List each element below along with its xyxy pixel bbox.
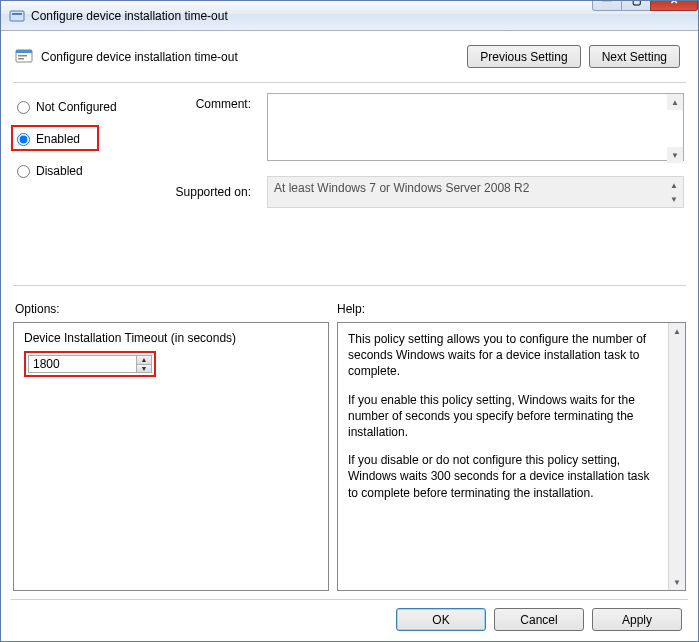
radio-enabled-label: Enabled [36, 132, 80, 146]
supported-on-text: At least Windows 7 or Windows Server 200… [274, 181, 529, 195]
content-area: Configure device installation time-out P… [1, 31, 698, 641]
svg-rect-5 [18, 58, 24, 60]
help-paragraph: If you enable this policy setting, Windo… [348, 392, 657, 441]
help-paragraph: If you disable or do not configure this … [348, 452, 657, 501]
apply-button[interactable]: Apply [592, 608, 682, 631]
radio-disabled-label: Disabled [36, 164, 83, 178]
radio-disabled-input[interactable] [17, 165, 30, 178]
minimize-icon: ― [602, 0, 612, 6]
titlebar: Configure device installation time-out ―… [1, 1, 698, 31]
timeout-label: Device Installation Timeout (in seconds) [24, 331, 318, 345]
supported-on-box: At least Windows 7 or Windows Server 200… [267, 176, 684, 208]
svg-rect-4 [18, 55, 27, 57]
comment-label: Comment: [165, 97, 251, 117]
timeout-highlight: ▲ ▼ [24, 351, 156, 377]
radio-not-configured[interactable]: Not Configured [15, 97, 149, 117]
svg-rect-3 [16, 50, 32, 53]
header-row: Configure device installation time-out P… [11, 39, 688, 82]
help-scrollbar[interactable]: ▲ ▼ [668, 323, 685, 590]
comment-wrap: ▲ ▼ [267, 93, 684, 164]
comment-textarea[interactable] [267, 93, 684, 161]
maximize-icon: ▢ [632, 0, 641, 6]
scroll-down-icon[interactable]: ▼ [666, 192, 682, 206]
field-labels: Comment: Supported on: [165, 93, 251, 273]
spin-down-button[interactable]: ▼ [137, 365, 151, 373]
policy-app-icon [9, 8, 25, 24]
svg-rect-1 [12, 13, 22, 15]
ok-button[interactable]: OK [396, 608, 486, 631]
options-label: Options: [15, 302, 337, 316]
radio-not-configured-label: Not Configured [36, 100, 117, 114]
radio-enabled-input[interactable] [17, 133, 30, 146]
divider [13, 285, 686, 286]
maximize-button[interactable]: ▢ [621, 0, 651, 11]
header-left: Configure device installation time-out [15, 48, 238, 66]
help-label: Help: [337, 302, 684, 316]
scroll-up-icon[interactable]: ▲ [667, 94, 683, 110]
scroll-down-icon[interactable]: ▼ [667, 147, 683, 163]
minimize-button[interactable]: ― [592, 0, 622, 11]
scroll-up-icon[interactable]: ▲ [666, 178, 682, 192]
options-panel: Device Installation Timeout (in seconds)… [13, 322, 329, 591]
window-title: Configure device installation time-out [31, 9, 593, 23]
svg-rect-0 [10, 11, 24, 21]
help-text: This policy setting allows you to config… [348, 331, 675, 501]
policy-icon [15, 48, 33, 66]
next-setting-button[interactable]: Next Setting [589, 45, 680, 68]
scroll-down-icon[interactable]: ▼ [669, 574, 685, 590]
nav-buttons: Previous Setting Next Setting [467, 45, 680, 68]
supported-scroll: ▲ ▼ [666, 178, 682, 206]
timeout-input[interactable] [28, 355, 136, 373]
footer-buttons: OK Cancel Apply [11, 599, 688, 631]
state-radios: Not Configured Enabled Disabled [15, 93, 149, 273]
policy-title: Configure device installation time-out [41, 50, 238, 64]
close-button[interactable]: ✕ [650, 0, 698, 11]
radio-enabled[interactable]: Enabled [15, 129, 149, 149]
timeout-spin-buttons: ▲ ▼ [136, 355, 152, 373]
scroll-up-icon[interactable]: ▲ [669, 323, 685, 339]
field-values: ▲ ▼ At least Windows 7 or Windows Server… [267, 93, 684, 273]
cancel-button[interactable]: Cancel [494, 608, 584, 631]
help-paragraph: This policy setting allows you to config… [348, 331, 657, 380]
radio-not-configured-input[interactable] [17, 101, 30, 114]
comment-scroll: ▲ ▼ [667, 94, 683, 163]
settings-grid: Not Configured Enabled Disabled Comment:… [11, 93, 688, 273]
window-controls: ― ▢ ✕ [593, 0, 698, 11]
radio-disabled[interactable]: Disabled [15, 161, 149, 181]
panel-labels: Options: Help: [11, 296, 688, 322]
help-panel: This policy setting allows you to config… [337, 322, 686, 591]
spin-up-button[interactable]: ▲ [137, 356, 151, 365]
supported-label: Supported on: [165, 185, 251, 205]
divider [13, 82, 686, 83]
close-icon: ✕ [670, 0, 678, 6]
previous-setting-button[interactable]: Previous Setting [467, 45, 580, 68]
panels-row: Device Installation Timeout (in seconds)… [11, 322, 688, 599]
